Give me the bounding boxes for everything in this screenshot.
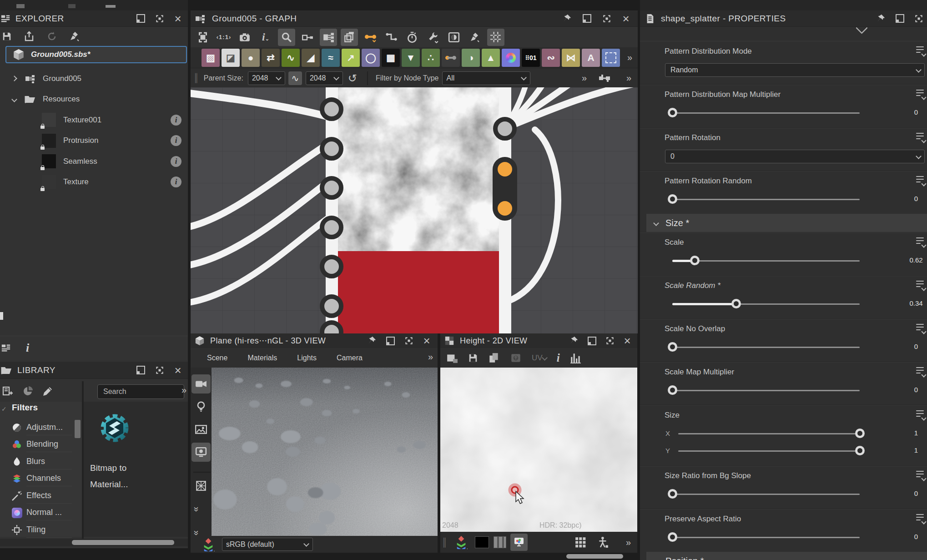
tree-row-seamless[interactable]: Seamlessi xyxy=(0,151,188,172)
parameter-menu-icon[interactable] xyxy=(916,367,926,376)
tile-sampler-node-icon[interactable]: ▦ xyxy=(382,49,400,67)
float-window-icon[interactable] xyxy=(896,14,904,23)
bitmap-node-icon[interactable]: ▨ xyxy=(202,49,220,67)
graph-viewport[interactable] xyxy=(191,87,638,333)
save-icon[interactable] xyxy=(2,31,12,41)
library-category-normal[interactable]: Normal ... xyxy=(0,505,72,521)
info-icon[interactable]: i xyxy=(557,352,560,364)
param-slider[interactable]: Y1 xyxy=(665,444,927,458)
bezier-curve-node-icon[interactable]: ∾ xyxy=(542,49,560,67)
grip-handle[interactable]: ║ xyxy=(193,73,199,83)
filter-node-type-dropdown[interactable]: All xyxy=(442,71,530,85)
screenshot-icon[interactable] xyxy=(236,29,253,46)
info-circle-icon[interactable]: i xyxy=(171,115,181,126)
menu-camera[interactable]: Camera xyxy=(337,354,363,362)
parameter-menu-icon[interactable] xyxy=(916,132,926,141)
create-link-icon[interactable] xyxy=(362,29,379,46)
tree-row-protrusion[interactable]: Protrusioni xyxy=(0,131,188,151)
snap-grid-icon[interactable] xyxy=(487,29,504,46)
filter-pie-icon[interactable] xyxy=(22,386,33,397)
param-slider[interactable]: 0 xyxy=(665,488,927,501)
parameter-menu-icon[interactable] xyxy=(916,176,926,185)
slider-handle[interactable] xyxy=(668,489,677,499)
clean-icon[interactable] xyxy=(466,29,484,46)
timer-icon[interactable] xyxy=(403,29,421,46)
pin-icon[interactable] xyxy=(562,14,572,24)
menu-lights[interactable]: Lights xyxy=(297,354,317,362)
slider-handle[interactable] xyxy=(668,385,677,395)
pin-icon[interactable] xyxy=(367,336,377,346)
search-input[interactable]: Search xyxy=(97,384,184,399)
library-scrollbar[interactable] xyxy=(75,420,81,438)
background-gray-swatch[interactable] xyxy=(494,536,506,548)
close-icon[interactable]: × xyxy=(622,14,630,23)
overflow-chevrons[interactable]: » xyxy=(582,73,587,83)
zoom-actual-icon[interactable]: ‹1:1› xyxy=(215,29,232,46)
slider-handle[interactable] xyxy=(731,299,741,308)
pin-icon[interactable] xyxy=(876,14,886,24)
channel-select-icon[interactable] xyxy=(455,535,468,549)
tree-row-ground005[interactable]: Ground005 xyxy=(0,68,188,89)
lightbulb-icon[interactable] xyxy=(191,397,211,416)
tree-structure-icon[interactable] xyxy=(1,343,10,353)
section-header-position[interactable]: Position * xyxy=(646,552,927,560)
param-input[interactable]: 0 xyxy=(665,150,925,163)
node-output-pin-active[interactable] xyxy=(495,199,514,218)
parameter-menu-icon[interactable] xyxy=(916,410,926,419)
library-category-blurs[interactable]: Blurs xyxy=(0,453,72,470)
param-slider[interactable]: 0.34 xyxy=(665,298,927,311)
maximize-icon[interactable] xyxy=(605,336,615,345)
environment-icon[interactable] xyxy=(191,420,211,439)
copy-icon[interactable] xyxy=(488,352,500,364)
collapse-chevrons[interactable]: » xyxy=(191,507,202,512)
node-pair-icon[interactable] xyxy=(597,73,610,84)
node-output-pin[interactable] xyxy=(495,119,514,138)
marquee-select-node-icon[interactable] xyxy=(602,49,620,67)
library-category-effects[interactable]: Effects xyxy=(0,487,72,504)
info-circle-icon[interactable]: i xyxy=(171,156,181,167)
search-icon[interactable] xyxy=(278,29,295,46)
maximize-icon[interactable] xyxy=(914,14,923,23)
new-library-icon[interactable] xyxy=(2,386,13,397)
library-hscrollbar-thumb[interactable] xyxy=(72,540,174,545)
blur-node-icon[interactable]: ● xyxy=(242,49,260,67)
reset-size-icon[interactable]: ↺ xyxy=(348,72,357,85)
connector-icon[interactable] xyxy=(383,29,400,46)
parameter-menu-icon[interactable] xyxy=(916,46,926,55)
tree-row-texture[interactable]: Texturei xyxy=(0,172,188,192)
warp-node-icon[interactable]: ≈ xyxy=(322,49,340,67)
distance-node-icon[interactable]: ↗ xyxy=(342,49,360,67)
grip-handle[interactable]: ║ xyxy=(442,538,448,547)
maximize-icon[interactable] xyxy=(155,14,164,23)
pin-icon[interactable] xyxy=(569,336,579,346)
param-slider[interactable]: 0.62 xyxy=(665,254,927,268)
library-category-channels[interactable]: Channels xyxy=(0,470,72,487)
overflow-chevrons[interactable]: » xyxy=(626,73,631,83)
float-window-icon[interactable] xyxy=(588,337,596,345)
tree-row-resources[interactable]: Resources xyxy=(0,89,188,110)
expander-down-icon[interactable] xyxy=(11,96,17,102)
colorspace-dropdown[interactable]: sRGB (default) xyxy=(222,538,313,551)
info-circle-icon[interactable]: i xyxy=(171,177,181,187)
view2d-viewport[interactable]: 2048 HDR: 32bpc) xyxy=(440,368,637,532)
gradient-map-node-icon[interactable]: ◑ xyxy=(462,49,480,67)
hsl-node-icon[interactable] xyxy=(502,49,520,67)
tools-icon[interactable] xyxy=(424,29,442,46)
new-view-icon[interactable] xyxy=(446,352,458,364)
export-icon[interactable] xyxy=(24,31,35,42)
float-window-icon[interactable] xyxy=(136,366,145,374)
slider-handle[interactable] xyxy=(855,429,865,438)
param-slider[interactable]: 0 xyxy=(665,384,927,398)
collapse-chevrons[interactable]: » xyxy=(191,530,202,535)
gradient-node-icon[interactable]: ▼ xyxy=(402,49,420,67)
section-header-size[interactable]: Size * xyxy=(646,214,927,232)
link-size-icon[interactable]: ∿ xyxy=(288,71,302,85)
slider-handle[interactable] xyxy=(690,256,700,265)
background-black-swatch[interactable] xyxy=(475,536,489,548)
node-display-icon[interactable] xyxy=(299,29,316,46)
maximize-icon[interactable] xyxy=(404,336,413,345)
refresh-icon[interactable] xyxy=(46,31,57,42)
grid-icon[interactable] xyxy=(574,536,586,548)
display-color-icon[interactable] xyxy=(510,534,528,551)
symmetry-node-icon[interactable]: ⋈ xyxy=(562,49,580,67)
